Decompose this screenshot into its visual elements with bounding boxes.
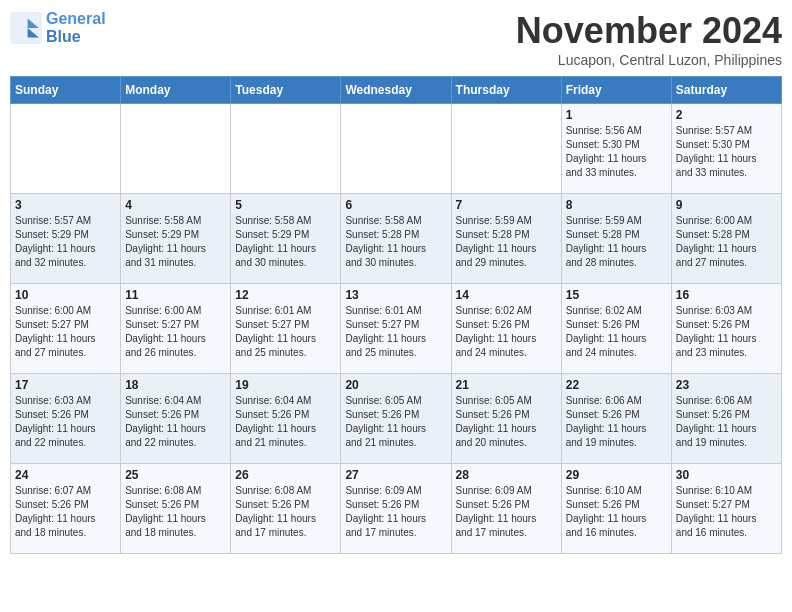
calendar-cell: 3Sunrise: 5:57 AMSunset: 5:29 PMDaylight… [11, 194, 121, 284]
day-number: 22 [566, 378, 667, 392]
month-title: November 2024 [516, 10, 782, 52]
location: Lucapon, Central Luzon, Philippines [516, 52, 782, 68]
day-number: 9 [676, 198, 777, 212]
weekday-header: Friday [561, 77, 671, 104]
day-number: 21 [456, 378, 557, 392]
calendar-cell [11, 104, 121, 194]
day-info: Sunrise: 6:05 AMSunset: 5:26 PMDaylight:… [456, 394, 557, 450]
calendar-cell [341, 104, 451, 194]
calendar-cell: 18Sunrise: 6:04 AMSunset: 5:26 PMDayligh… [121, 374, 231, 464]
day-info: Sunrise: 6:02 AMSunset: 5:26 PMDaylight:… [456, 304, 557, 360]
day-number: 24 [15, 468, 116, 482]
calendar-week-row: 17Sunrise: 6:03 AMSunset: 5:26 PMDayligh… [11, 374, 782, 464]
day-info: Sunrise: 6:10 AMSunset: 5:26 PMDaylight:… [566, 484, 667, 540]
weekday-header: Monday [121, 77, 231, 104]
calendar-cell: 7Sunrise: 5:59 AMSunset: 5:28 PMDaylight… [451, 194, 561, 284]
day-info: Sunrise: 6:05 AMSunset: 5:26 PMDaylight:… [345, 394, 446, 450]
day-info: Sunrise: 6:01 AMSunset: 5:27 PMDaylight:… [235, 304, 336, 360]
day-number: 20 [345, 378, 446, 392]
calendar-cell: 27Sunrise: 6:09 AMSunset: 5:26 PMDayligh… [341, 464, 451, 554]
calendar-week-row: 3Sunrise: 5:57 AMSunset: 5:29 PMDaylight… [11, 194, 782, 284]
day-info: Sunrise: 6:04 AMSunset: 5:26 PMDaylight:… [125, 394, 226, 450]
calendar-cell: 13Sunrise: 6:01 AMSunset: 5:27 PMDayligh… [341, 284, 451, 374]
calendar-cell: 11Sunrise: 6:00 AMSunset: 5:27 PMDayligh… [121, 284, 231, 374]
day-info: Sunrise: 5:57 AMSunset: 5:29 PMDaylight:… [15, 214, 116, 270]
day-info: Sunrise: 5:58 AMSunset: 5:29 PMDaylight:… [235, 214, 336, 270]
calendar-cell: 29Sunrise: 6:10 AMSunset: 5:26 PMDayligh… [561, 464, 671, 554]
calendar-cell: 4Sunrise: 5:58 AMSunset: 5:29 PMDaylight… [121, 194, 231, 284]
calendar-cell: 14Sunrise: 6:02 AMSunset: 5:26 PMDayligh… [451, 284, 561, 374]
weekday-header: Wednesday [341, 77, 451, 104]
day-number: 1 [566, 108, 667, 122]
day-number: 17 [15, 378, 116, 392]
calendar-cell: 22Sunrise: 6:06 AMSunset: 5:26 PMDayligh… [561, 374, 671, 464]
day-number: 2 [676, 108, 777, 122]
day-info: Sunrise: 6:02 AMSunset: 5:26 PMDaylight:… [566, 304, 667, 360]
calendar-week-row: 24Sunrise: 6:07 AMSunset: 5:26 PMDayligh… [11, 464, 782, 554]
weekday-header: Sunday [11, 77, 121, 104]
day-number: 13 [345, 288, 446, 302]
day-info: Sunrise: 5:57 AMSunset: 5:30 PMDaylight:… [676, 124, 777, 180]
day-info: Sunrise: 6:03 AMSunset: 5:26 PMDaylight:… [676, 304, 777, 360]
weekday-header-row: SundayMondayTuesdayWednesdayThursdayFrid… [11, 77, 782, 104]
day-number: 25 [125, 468, 226, 482]
weekday-header: Thursday [451, 77, 561, 104]
calendar-cell: 8Sunrise: 5:59 AMSunset: 5:28 PMDaylight… [561, 194, 671, 284]
day-number: 10 [15, 288, 116, 302]
calendar-cell [231, 104, 341, 194]
day-number: 8 [566, 198, 667, 212]
day-number: 19 [235, 378, 336, 392]
logo: General Blue [10, 10, 106, 45]
day-info: Sunrise: 6:00 AMSunset: 5:27 PMDaylight:… [15, 304, 116, 360]
calendar-cell: 16Sunrise: 6:03 AMSunset: 5:26 PMDayligh… [671, 284, 781, 374]
calendar-cell [121, 104, 231, 194]
calendar-cell: 19Sunrise: 6:04 AMSunset: 5:26 PMDayligh… [231, 374, 341, 464]
logo-icon [10, 12, 42, 44]
calendar-cell: 24Sunrise: 6:07 AMSunset: 5:26 PMDayligh… [11, 464, 121, 554]
day-number: 14 [456, 288, 557, 302]
calendar-table: SundayMondayTuesdayWednesdayThursdayFrid… [10, 76, 782, 554]
day-info: Sunrise: 5:56 AMSunset: 5:30 PMDaylight:… [566, 124, 667, 180]
day-number: 28 [456, 468, 557, 482]
calendar-cell: 28Sunrise: 6:09 AMSunset: 5:26 PMDayligh… [451, 464, 561, 554]
calendar-cell: 15Sunrise: 6:02 AMSunset: 5:26 PMDayligh… [561, 284, 671, 374]
day-info: Sunrise: 5:59 AMSunset: 5:28 PMDaylight:… [566, 214, 667, 270]
day-info: Sunrise: 6:00 AMSunset: 5:27 PMDaylight:… [125, 304, 226, 360]
calendar-cell: 23Sunrise: 6:06 AMSunset: 5:26 PMDayligh… [671, 374, 781, 464]
calendar-week-row: 1Sunrise: 5:56 AMSunset: 5:30 PMDaylight… [11, 104, 782, 194]
calendar-cell: 26Sunrise: 6:08 AMSunset: 5:26 PMDayligh… [231, 464, 341, 554]
day-number: 15 [566, 288, 667, 302]
calendar-cell: 1Sunrise: 5:56 AMSunset: 5:30 PMDaylight… [561, 104, 671, 194]
calendar-cell: 21Sunrise: 6:05 AMSunset: 5:26 PMDayligh… [451, 374, 561, 464]
day-info: Sunrise: 6:00 AMSunset: 5:28 PMDaylight:… [676, 214, 777, 270]
day-number: 30 [676, 468, 777, 482]
calendar-cell: 5Sunrise: 5:58 AMSunset: 5:29 PMDaylight… [231, 194, 341, 284]
day-number: 18 [125, 378, 226, 392]
weekday-header: Saturday [671, 77, 781, 104]
day-info: Sunrise: 6:08 AMSunset: 5:26 PMDaylight:… [125, 484, 226, 540]
day-number: 6 [345, 198, 446, 212]
day-number: 11 [125, 288, 226, 302]
day-number: 7 [456, 198, 557, 212]
calendar-cell: 6Sunrise: 5:58 AMSunset: 5:28 PMDaylight… [341, 194, 451, 284]
day-number: 26 [235, 468, 336, 482]
day-info: Sunrise: 5:58 AMSunset: 5:28 PMDaylight:… [345, 214, 446, 270]
day-number: 5 [235, 198, 336, 212]
calendar-cell: 2Sunrise: 5:57 AMSunset: 5:30 PMDaylight… [671, 104, 781, 194]
day-number: 3 [15, 198, 116, 212]
calendar-cell: 25Sunrise: 6:08 AMSunset: 5:26 PMDayligh… [121, 464, 231, 554]
day-info: Sunrise: 6:01 AMSunset: 5:27 PMDaylight:… [345, 304, 446, 360]
day-info: Sunrise: 6:03 AMSunset: 5:26 PMDaylight:… [15, 394, 116, 450]
page-header: General Blue November 2024 Lucapon, Cent… [10, 10, 782, 68]
day-number: 16 [676, 288, 777, 302]
day-info: Sunrise: 6:09 AMSunset: 5:26 PMDaylight:… [345, 484, 446, 540]
day-number: 27 [345, 468, 446, 482]
calendar-cell: 9Sunrise: 6:00 AMSunset: 5:28 PMDaylight… [671, 194, 781, 284]
weekday-header: Tuesday [231, 77, 341, 104]
day-info: Sunrise: 6:08 AMSunset: 5:26 PMDaylight:… [235, 484, 336, 540]
title-block: November 2024 Lucapon, Central Luzon, Ph… [516, 10, 782, 68]
day-info: Sunrise: 6:06 AMSunset: 5:26 PMDaylight:… [676, 394, 777, 450]
day-info: Sunrise: 5:58 AMSunset: 5:29 PMDaylight:… [125, 214, 226, 270]
day-number: 23 [676, 378, 777, 392]
calendar-cell [451, 104, 561, 194]
